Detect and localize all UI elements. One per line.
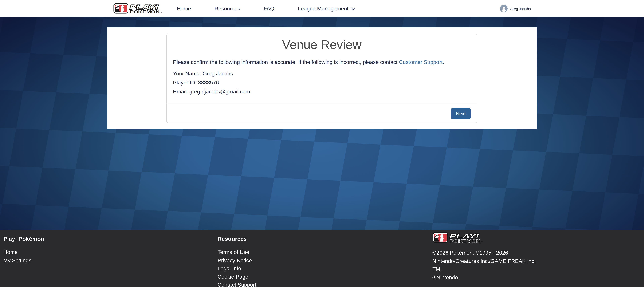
user-menu[interactable]: Greg Jacobs: [500, 5, 531, 12]
nav-links: Home Resources FAQ League Management: [177, 5, 355, 11]
email-label: Email:: [173, 89, 188, 95]
play-pokemon-logo[interactable]: [113, 3, 162, 14]
footer: Play! Pokémon Home My Settings Resources…: [0, 230, 644, 287]
venue-review-card: Venue Review Please confirm the followin…: [166, 34, 478, 123]
your-name-value: Greg Jacobs: [203, 71, 233, 76]
nav-item-resources[interactable]: Resources: [214, 5, 240, 11]
nav-container: Home Resources FAQ League Management: [113, 0, 531, 17]
footer-column-resources: Resources Terms of Use Privacy Notice Le…: [218, 236, 256, 287]
confirm-instruction-text: Please confirm the following information…: [173, 59, 471, 66]
footer-heading-play-pokemon: Play! Pokémon: [3, 236, 44, 243]
customer-support-link[interactable]: Customer Support: [399, 59, 442, 65]
footer-heading-resources: Resources: [218, 236, 256, 243]
footer-link-home[interactable]: Home: [3, 249, 18, 255]
play-pokemon-logo-icon: [113, 3, 162, 14]
nav-item-faq[interactable]: FAQ: [264, 5, 274, 11]
user-avatar-icon: [500, 5, 508, 12]
page: Home Resources FAQ League Management: [0, 0, 644, 287]
intro-text-before: Please confirm the following information…: [173, 59, 399, 65]
footer-link-cookie-page[interactable]: Cookie Page: [218, 274, 248, 280]
email-field: Email: greg.r.jacobs@gmail.com: [173, 88, 471, 95]
copyright-line-3: ®Nintendo.: [432, 274, 536, 282]
footer-link-contact-support[interactable]: Contact Support: [218, 282, 256, 287]
card-footer: Next: [166, 104, 477, 123]
footer-column-play-pokemon: Play! Pokémon Home My Settings: [3, 236, 44, 265]
nav-item-league-management[interactable]: League Management: [298, 5, 355, 11]
your-name-label: Your Name:: [173, 71, 201, 76]
email-value: greg.r.jacobs@gmail.com: [190, 89, 250, 95]
main-area: Venue Review Please confirm the followin…: [0, 17, 644, 230]
content-panel: Venue Review Please confirm the followin…: [107, 27, 537, 129]
player-id-value: 3833576: [198, 80, 219, 86]
footer-link-terms-of-use[interactable]: Terms of Use: [218, 249, 249, 255]
copyright-line-1: ©2026 Pokémon. ©1995 - 2026: [432, 249, 536, 257]
intro-text-after: .: [442, 59, 444, 65]
footer-column-brand: ©2026 Pokémon. ©1995 - 2026 Nintendo/Cre…: [432, 232, 536, 282]
copyright-text: ©2026 Pokémon. ©1995 - 2026 Nintendo/Cre…: [432, 249, 536, 282]
venue-review-card-body: Venue Review Please confirm the followin…: [166, 34, 477, 104]
copyright-line-2: Nintendo/Creatures Inc./GAME FREAK inc. …: [432, 257, 536, 274]
footer-links-resources: Terms of Use Privacy Notice Legal Info C…: [218, 248, 256, 287]
nav-item-home[interactable]: Home: [177, 5, 191, 11]
chevron-down-icon: [351, 7, 355, 10]
page-title: Venue Review: [173, 37, 471, 52]
your-name-field: Your Name: Greg Jacobs: [173, 70, 471, 77]
footer-link-privacy-notice[interactable]: Privacy Notice: [218, 257, 252, 263]
footer-play-pokemon-logo: [432, 232, 483, 244]
top-nav: Home Resources FAQ League Management: [0, 0, 644, 17]
footer-links-play-pokemon: Home My Settings: [3, 248, 44, 265]
next-button[interactable]: Next: [451, 108, 471, 119]
footer-link-my-settings[interactable]: My Settings: [3, 257, 31, 263]
player-id-label: Player ID:: [173, 80, 196, 86]
player-id-field: Player ID: 3833576: [173, 79, 471, 86]
user-name: Greg Jacobs: [510, 6, 531, 10]
footer-link-legal-info[interactable]: Legal Info: [218, 266, 241, 271]
nav-item-league-management-label: League Management: [298, 5, 348, 11]
